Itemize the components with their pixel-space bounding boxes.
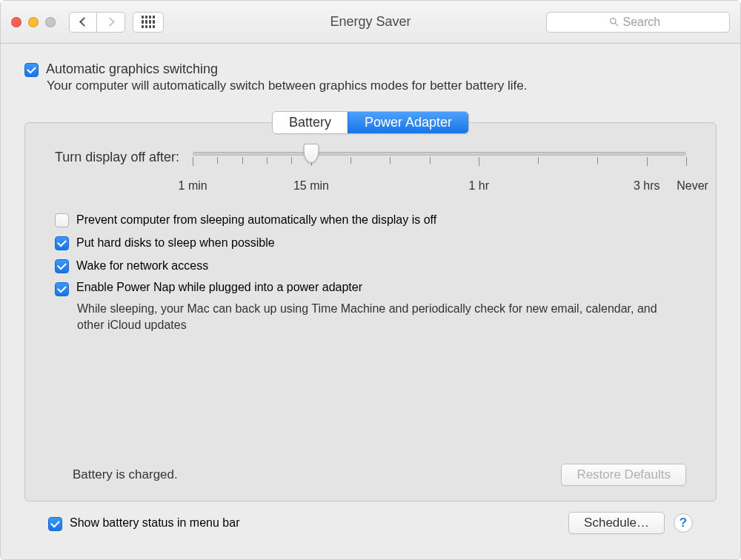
schedule-button[interactable]: Schedule… — [568, 512, 665, 534]
chevron-left-icon — [79, 17, 89, 27]
display-sleep-slider[interactable]: 1 min 15 min 1 hr 3 hrs Never — [193, 152, 686, 196]
display-sleep-label: Turn display off after: — [55, 150, 179, 165]
show-all-button[interactable] — [133, 12, 164, 33]
toolbar: Energy Saver — [1, 1, 740, 44]
grid-icon — [142, 16, 155, 29]
restore-defaults-button[interactable]: Restore Defaults — [561, 464, 686, 486]
search-input[interactable] — [623, 16, 668, 29]
show-menu-bar-label: Show battery status in menu bar — [70, 516, 239, 530]
search-field[interactable] — [546, 12, 730, 33]
prefs-window: Energy Saver Automatic graphics switchin… — [0, 0, 741, 560]
panel-footer: Battery is charged. Restore Defaults — [55, 450, 686, 486]
wake-network-row: Wake for network access — [55, 258, 686, 273]
hard-disks-checkbox[interactable] — [55, 236, 69, 250]
chevron-right-icon — [105, 17, 115, 27]
prevent-sleep-row: Prevent computer from sleeping automatic… — [55, 212, 686, 227]
display-sleep-row: Turn display off after: — [55, 150, 686, 196]
tick-1hr: 1 hr — [469, 179, 490, 193]
content-area: Automatic graphics switching Your comput… — [1, 44, 740, 559]
prevent-sleep-label: Prevent computer from sleeping automatic… — [76, 213, 436, 227]
power-source-tabs: Battery Power Adapter — [272, 111, 469, 134]
back-button[interactable] — [69, 12, 97, 33]
zoom-window-button[interactable] — [45, 17, 56, 27]
auto-graphics-checkbox[interactable] — [24, 63, 39, 77]
show-menu-bar-row: Show battery status in menu bar — [48, 516, 239, 531]
auto-graphics-row: Automatic graphics switching — [24, 61, 717, 77]
slider-tick-labels: 1 min 15 min 1 hr 3 hrs Never — [193, 179, 686, 196]
hard-disks-row: Put hard disks to sleep when possible — [55, 235, 686, 250]
tick-never: Never — [677, 179, 708, 193]
prevent-sleep-checkbox[interactable] — [55, 213, 69, 227]
wake-network-checkbox[interactable] — [55, 259, 69, 273]
tick-15min: 15 min — [293, 179, 329, 193]
forward-button[interactable] — [97, 12, 125, 33]
svg-line-1 — [615, 23, 617, 25]
power-nap-label: Enable Power Nap while plugged into a po… — [76, 281, 362, 294]
tab-power-adapter[interactable]: Power Adapter — [348, 112, 468, 133]
power-nap-desc: While sleeping, your Mac can back up usi… — [77, 301, 686, 333]
search-icon — [609, 17, 619, 27]
minimize-window-button[interactable] — [28, 17, 39, 27]
tick-3hrs: 3 hrs — [634, 179, 660, 193]
wake-network-label: Wake for network access — [76, 259, 208, 273]
battery-status: Battery is charged. — [73, 467, 178, 482]
hard-disks-label: Put hard disks to sleep when possible — [76, 236, 275, 250]
settings-panel: Turn display off after: — [24, 122, 717, 501]
tick-1min: 1 min — [179, 179, 207, 193]
slider-track — [193, 152, 686, 156]
tab-battery[interactable]: Battery — [273, 112, 348, 133]
options-list: Prevent computer from sleeping automatic… — [55, 212, 686, 333]
auto-graphics-label: Automatic graphics switching — [46, 61, 218, 77]
show-menu-bar-checkbox[interactable] — [48, 517, 62, 531]
nav-back-forward — [69, 12, 125, 33]
close-window-button[interactable] — [11, 17, 21, 27]
help-icon: ? — [679, 516, 687, 530]
slider-ticks — [193, 157, 686, 175]
help-button[interactable]: ? — [674, 513, 693, 533]
power-nap-row: Enable Power Nap while plugged into a po… — [55, 281, 686, 296]
power-nap-checkbox[interactable] — [55, 282, 69, 296]
auto-graphics-desc: Your computer will automatically switch … — [47, 79, 717, 93]
bottom-bar: Show battery status in menu bar Schedule… — [24, 501, 717, 546]
traffic-lights — [11, 17, 56, 27]
